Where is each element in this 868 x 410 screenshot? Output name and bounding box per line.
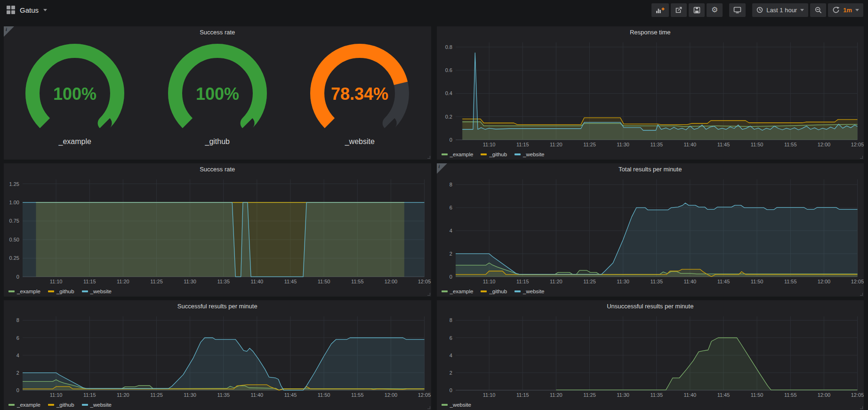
svg-text:11:10: 11:10 [50, 392, 63, 398]
chevron-down-icon [800, 9, 804, 11]
svg-text:6: 6 [449, 335, 452, 341]
panel-info-icon[interactable]: i [4, 26, 14, 37]
svg-text:11:10: 11:10 [50, 279, 63, 284]
panel-resize-handle[interactable] [860, 293, 863, 296]
chevron-down-icon[interactable] [43, 9, 47, 11]
legend-swatch [442, 290, 448, 292]
svg-text:12:05: 12:05 [851, 142, 864, 147]
svg-text:11:10: 11:10 [482, 279, 495, 284]
add-panel-icon [656, 7, 665, 14]
svg-text:12:00: 12:00 [385, 392, 398, 398]
refresh-icon [832, 6, 840, 14]
refresh-button[interactable]: 1m [828, 3, 863, 17]
panel-title[interactable]: Successful results per minute [4, 300, 431, 313]
svg-text:11:55: 11:55 [784, 279, 796, 284]
svg-text:12:05: 12:05 [851, 392, 864, 398]
legend-swatch [514, 290, 521, 292]
legend-item[interactable]: _example [442, 289, 474, 294]
panel-resize-handle[interactable] [860, 156, 863, 159]
svg-text:11:25: 11:25 [150, 392, 163, 398]
svg-text:11:45: 11:45 [284, 279, 297, 284]
svg-text:4: 4 [449, 353, 452, 358]
share-button[interactable] [671, 3, 687, 17]
legend-item[interactable]: _github [48, 289, 74, 294]
panel-resize-handle[interactable] [427, 406, 430, 409]
settings-button[interactable]: ⚙ [707, 3, 723, 17]
panel-title[interactable]: Success rate [4, 163, 431, 176]
svg-text:11:10: 11:10 [482, 142, 495, 147]
save-button[interactable] [689, 3, 705, 17]
svg-text:11:50: 11:50 [318, 279, 330, 284]
svg-text:11:35: 11:35 [217, 392, 230, 398]
svg-text:11:35: 11:35 [650, 142, 663, 147]
legend-label: _example [450, 152, 474, 157]
add-panel-button[interactable] [651, 3, 669, 17]
panel-title[interactable]: Response time [437, 26, 864, 39]
svg-text:12:05: 12:05 [851, 279, 864, 284]
dashboard-title[interactable]: Gatus [20, 6, 39, 14]
dashboards-grid-icon[interactable] [7, 6, 15, 14]
svg-text:6: 6 [449, 205, 452, 210]
svg-text:11:25: 11:25 [583, 392, 596, 398]
svg-text:11:30: 11:30 [617, 392, 629, 398]
chart-legend: _example_github_website [4, 286, 431, 297]
svg-text:12:05: 12:05 [418, 392, 431, 398]
time-range-button[interactable]: Last 1 hour [752, 3, 808, 17]
panel-title[interactable]: Success rate [4, 26, 431, 39]
unsuccessful-results-chart[interactable]: 11:1011:1511:2011:2511:3011:3511:4011:45… [437, 313, 864, 400]
svg-text:11:40: 11:40 [683, 142, 696, 147]
svg-text:11:45: 11:45 [717, 279, 730, 284]
svg-text:0: 0 [449, 387, 452, 393]
panel-title[interactable]: Unsuccessful results per minute [437, 300, 864, 313]
success-rate-chart[interactable]: 11:1011:1511:2011:2511:3011:3511:4011:45… [4, 176, 431, 286]
legend-item[interactable]: _website [514, 289, 544, 294]
panel-success-rate-graph: Success rate 11:1011:1511:2011:2511:3011… [4, 163, 431, 297]
legend-item[interactable]: _website [82, 402, 112, 408]
response-time-chart[interactable]: 11:1011:1511:2011:2511:3011:3511:4011:45… [437, 39, 864, 149]
zoom-out-button[interactable] [810, 3, 826, 17]
svg-text:12:00: 12:00 [385, 279, 398, 284]
panel-title[interactable]: Total results per minute [437, 163, 864, 176]
gauge-label: _website [345, 137, 375, 146]
svg-text:11:25: 11:25 [583, 142, 596, 147]
gauge: 100%_github [146, 39, 289, 160]
legend-item[interactable]: _example [442, 152, 474, 157]
legend-label: _github [489, 152, 507, 157]
svg-text:4: 4 [16, 353, 19, 358]
legend-item[interactable]: _github [481, 152, 507, 157]
successful-results-chart[interactable]: 11:1011:1511:2011:2511:3011:3511:4011:45… [4, 313, 431, 400]
svg-text:1.25: 1.25 [9, 181, 19, 187]
svg-text:11:55: 11:55 [351, 279, 364, 284]
svg-text:11:55: 11:55 [784, 142, 796, 147]
panel-response-time: Response time 11:1011:1511:2011:2511:301… [437, 26, 864, 160]
legend-item[interactable]: _website [442, 402, 471, 408]
legend-item[interactable]: _github [481, 289, 507, 294]
panel-resize-handle[interactable] [427, 156, 430, 159]
svg-text:12:00: 12:00 [817, 279, 830, 284]
chevron-down-icon [855, 9, 859, 11]
cycle-view-button[interactable] [729, 3, 746, 17]
svg-text:11:55: 11:55 [784, 392, 796, 398]
svg-text:11:35: 11:35 [650, 392, 663, 398]
gauge-label: _example [59, 137, 91, 146]
legend-item[interactable]: _example [8, 402, 40, 408]
svg-text:11:20: 11:20 [550, 279, 563, 284]
legend-item[interactable]: _website [514, 152, 544, 157]
legend-item[interactable]: _github [48, 402, 74, 408]
panel-info-icon[interactable]: i [437, 163, 447, 174]
svg-text:0: 0 [449, 137, 452, 143]
total-results-chart[interactable]: 11:1011:1511:2011:2511:3011:3511:4011:45… [437, 176, 864, 286]
svg-text:11:35: 11:35 [217, 279, 230, 284]
svg-text:11:20: 11:20 [550, 392, 563, 398]
panel-resize-handle[interactable] [427, 293, 430, 296]
legend-item[interactable]: _example [8, 289, 40, 294]
svg-text:8: 8 [16, 317, 19, 323]
chart-legend: _example_github_website [4, 400, 431, 410]
panel-resize-handle[interactable] [860, 406, 863, 409]
svg-text:4: 4 [449, 228, 452, 233]
panel-success-rate-gauges: i Success rate 100%_example100%_github78… [4, 26, 431, 160]
svg-text:11:20: 11:20 [550, 142, 563, 147]
gauge: 100%_example [4, 39, 146, 160]
legend-item[interactable]: _website [82, 289, 112, 294]
legend-label: _example [17, 289, 40, 294]
